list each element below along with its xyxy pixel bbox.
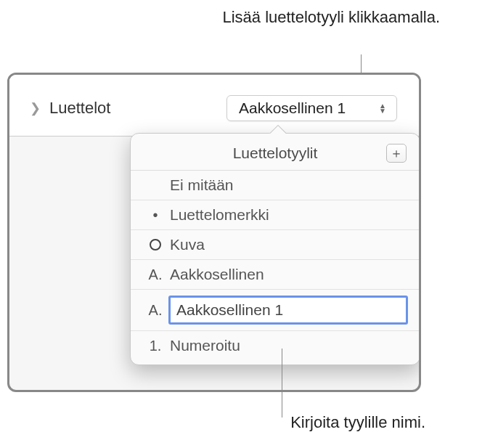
- list-style-select-value: Aakkosellinen 1: [239, 99, 346, 117]
- ring-icon: [145, 239, 166, 251]
- marker-letter-a: A.: [145, 266, 166, 283]
- luettelot-row: ❯ Luettelot Aakkosellinen 1 ▲▼: [9, 75, 419, 136]
- style-name-input[interactable]: [168, 296, 408, 325]
- marker-letter-a-1: A.: [145, 302, 166, 319]
- add-style-button[interactable]: ＋: [386, 144, 407, 163]
- style-label-lettered: Aakkosellinen: [170, 266, 264, 283]
- style-list: Ei mitään • Luettelomerkki Kuva A. Aakko…: [131, 170, 420, 364]
- updown-chevron-icon: ▲▼: [370, 103, 386, 113]
- marker-number-1: 1.: [145, 338, 166, 354]
- callout-line-bottom: [282, 349, 282, 418]
- style-item-lettered[interactable]: A. Aakkosellinen: [131, 260, 420, 290]
- style-label-numbered: Numeroitu: [170, 337, 240, 354]
- style-item-bullet[interactable]: • Luettelomerkki: [131, 200, 420, 230]
- chevron-right-icon[interactable]: ❯: [30, 100, 41, 116]
- style-item-image[interactable]: Kuva: [131, 230, 420, 260]
- plus-icon: ＋: [390, 144, 403, 162]
- style-item-lettered-1-editing[interactable]: A.: [131, 290, 420, 331]
- popover-arrow: [269, 125, 286, 134]
- annotation-type-name: Kirjoita tyylille nimi.: [193, 412, 425, 433]
- annotation-add-style: Lisää luettelotyyli klikkaamalla.: [222, 7, 440, 28]
- list-styles-popover: Luettelotyylit ＋ Ei mitään • Luettelomer…: [130, 133, 420, 365]
- style-item-none[interactable]: Ei mitään: [131, 171, 420, 200]
- style-item-numbered[interactable]: 1. Numeroitu: [131, 331, 420, 364]
- style-label-none: Ei mitään: [170, 176, 234, 194]
- bullet-icon: •: [145, 207, 166, 224]
- style-label-image: Kuva: [170, 236, 205, 253]
- popover-title: Luettelotyylit: [164, 144, 386, 162]
- row-label-luettelot: Luettelot: [49, 99, 110, 118]
- list-style-select[interactable]: Aakkosellinen 1 ▲▼: [226, 95, 397, 121]
- inspector-panel: ❯ Luettelot Aakkosellinen 1 ▲▼ Luettelot…: [7, 73, 421, 392]
- popover-header: Luettelotyylit ＋: [131, 134, 420, 170]
- style-label-bullet: Luettelomerkki: [170, 206, 269, 224]
